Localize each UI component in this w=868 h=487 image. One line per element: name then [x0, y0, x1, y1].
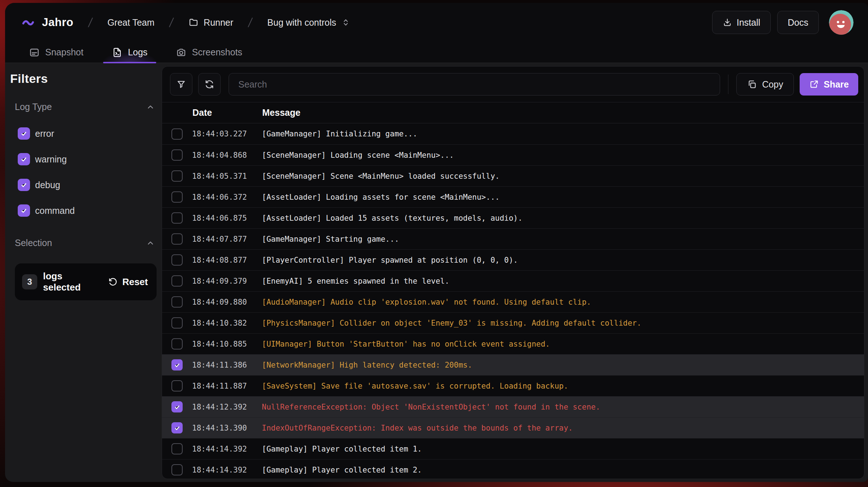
log-row[interactable]: 18:44:11.386[NetworkManager] High latenc… [162, 354, 864, 375]
log-row[interactable]: 18:44:10.382[PhysicsManager] Collider on… [162, 312, 864, 333]
filter-label: warning [35, 154, 67, 165]
tab-screenshots[interactable]: Screenshots [166, 42, 252, 63]
row-checkbox[interactable] [171, 128, 183, 140]
filter-label: command [35, 206, 75, 216]
log-message: [EnemyAI] 5 enemies spawned in the level… [262, 277, 449, 285]
log-time: 18:44:09.379 [192, 277, 253, 285]
log-row[interactable]: 18:44:10.885[UIManager] Button 'StartBut… [162, 333, 864, 354]
row-checkbox[interactable] [171, 191, 183, 203]
toolbar-divider [728, 75, 728, 94]
row-checkbox[interactable] [171, 422, 183, 433]
row-checkbox[interactable] [171, 233, 183, 245]
log-row[interactable]: 18:44:09.379[EnemyAI] 5 enemies spawned … [162, 270, 864, 291]
tab-snapshot[interactable]: Snapshot [20, 42, 93, 63]
log-row[interactable]: 18:44:08.877[PlayerController] Player sp… [162, 249, 864, 270]
user-avatar[interactable] [829, 10, 854, 35]
log-time: 18:44:08.877 [192, 256, 253, 264]
checkbox-command[interactable] [18, 204, 30, 217]
row-checkbox[interactable] [171, 464, 183, 475]
row-checkbox[interactable] [171, 380, 183, 391]
row-checkbox[interactable] [171, 443, 183, 454]
filter-item-warning[interactable]: warning [18, 153, 156, 165]
copy-icon [747, 79, 757, 89]
row-checkbox[interactable] [171, 170, 183, 182]
refresh-icon [204, 79, 214, 89]
snapshot-icon [29, 47, 40, 58]
log-message: [NetworkManager] High latency detected: … [262, 361, 472, 369]
log-row[interactable]: 18:44:06.372[AssetLoader] Loading assets… [162, 186, 864, 207]
checkbox-debug[interactable] [18, 179, 30, 191]
funnel-icon [176, 79, 186, 89]
logs-toolbar: Copy Share [162, 67, 864, 102]
filter-button[interactable] [170, 73, 192, 96]
selection-section-header[interactable]: Selection [15, 238, 155, 248]
row-checkbox[interactable] [171, 338, 183, 350]
checkbox-warning[interactable] [18, 153, 30, 165]
search-input[interactable] [229, 73, 720, 96]
reset-selection-button[interactable]: Reset [108, 276, 148, 288]
log-message: [AssetLoader] Loading assets for scene <… [262, 193, 499, 202]
log-time: 18:44:09.880 [192, 298, 253, 306]
log-time: 18:44:13.390 [192, 424, 253, 432]
filters-title: Filters [10, 72, 156, 86]
content-area: Filters Log Type errorwarningdebugcomman… [5, 63, 868, 482]
filter-item-command[interactable]: command [18, 204, 156, 217]
chevron-up-icon [146, 238, 155, 248]
breadcrumb-project[interactable]: Runner [188, 17, 233, 28]
filters-sidebar: Filters Log Type errorwarningdebugcomman… [5, 63, 162, 482]
row-checkbox[interactable] [171, 212, 183, 224]
log-time: 18:44:10.382 [192, 319, 253, 327]
log-row[interactable]: 18:44:09.880[AudioManager] Audio clip 'e… [162, 291, 864, 312]
breadcrumb-team[interactable]: Great Team [107, 17, 154, 28]
log-row[interactable]: 18:44:11.887[SaveSystem] Save file 'auto… [162, 375, 864, 396]
log-row[interactable]: 18:44:03.227[GameManager] Initializing g… [162, 123, 864, 144]
log-row[interactable]: 18:44:05.371[SceneManager] Scene <MainMe… [162, 165, 864, 186]
log-row[interactable]: 18:44:07.877[GameManager] Starting game.… [162, 228, 864, 249]
copy-button[interactable]: Copy [736, 73, 793, 96]
log-row[interactable]: 18:44:13.390IndexOutOfRangeException: In… [162, 417, 864, 438]
log-row[interactable]: 18:44:14.392[Gameplay] Player collected … [162, 459, 864, 479]
tab-label: Logs [128, 47, 148, 58]
chevron-updown-icon [342, 17, 350, 27]
row-checkbox[interactable] [171, 317, 183, 329]
session-selector[interactable]: Bug with controls [267, 17, 350, 28]
log-time: 18:44:11.386 [192, 361, 253, 369]
tab-logs[interactable]: Logs [102, 42, 157, 63]
log-row[interactable]: 18:44:04.868[SceneManager] Loading scene… [162, 144, 864, 165]
filter-label: error [35, 128, 54, 139]
log-row[interactable]: 18:44:06.875[AssetLoader] Loaded 15 asse… [162, 207, 864, 228]
log-message: IndexOutOfRangeException: Index was outs… [262, 424, 573, 432]
log-row[interactable]: 18:44:12.392NullReferenceException: Obje… [162, 396, 864, 417]
install-button[interactable]: Install [712, 11, 771, 34]
brand-name: Jahro [42, 16, 73, 29]
filter-item-debug[interactable]: debug [18, 179, 156, 191]
rotate-ccw-icon [108, 277, 118, 287]
tab-label: Screenshots [192, 47, 242, 58]
refresh-button[interactable] [198, 73, 221, 96]
row-checkbox[interactable] [171, 401, 183, 412]
download-icon [723, 18, 732, 27]
log-time: 18:44:03.227 [192, 130, 253, 138]
row-checkbox[interactable] [171, 296, 183, 308]
row-checkbox[interactable] [171, 254, 183, 266]
share-button[interactable]: Share [800, 73, 858, 96]
brand[interactable]: Jahro [22, 16, 73, 29]
row-checkbox[interactable] [171, 275, 183, 287]
filter-item-error[interactable]: error [18, 127, 156, 140]
chevron-up-icon [146, 102, 155, 112]
log-type-filter-list: errorwarningdebugcommand [18, 127, 156, 217]
row-checkbox[interactable] [171, 359, 183, 370]
checkbox-error[interactable] [18, 127, 30, 140]
log-type-section-header[interactable]: Log Type [15, 102, 155, 112]
log-time: 18:44:10.885 [192, 340, 253, 348]
selection-count-badge: 3 [22, 274, 37, 289]
folder-icon [188, 17, 199, 27]
selection-summary: 3 logs selected Reset [15, 263, 157, 300]
row-checkbox[interactable] [171, 149, 183, 161]
docs-button[interactable]: Docs [777, 11, 819, 34]
log-row[interactable]: 18:44:14.392[Gameplay] Player collected … [162, 438, 864, 459]
log-rows: 18:44:03.227[GameManager] Initializing g… [162, 123, 864, 479]
selection-label: logs selected [43, 271, 100, 293]
log-message: [Gameplay] Player collected item 1. [262, 445, 422, 453]
column-header-date: Date [192, 107, 262, 118]
